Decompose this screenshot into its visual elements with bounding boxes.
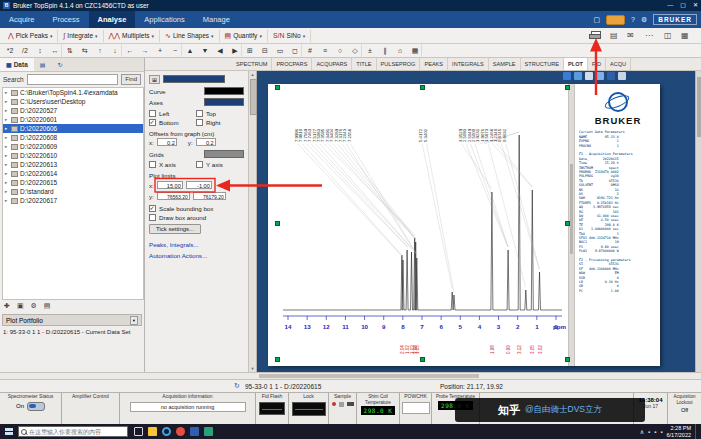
zoom-in-icon[interactable]: +: [153, 44, 167, 57]
chevron-right-icon[interactable]: ▸: [5, 160, 9, 169]
chevron-right-icon[interactable]: ▸: [5, 88, 9, 97]
shim-temp-box[interactable]: Shim Coil Temperature 298.0 K: [357, 393, 400, 425]
split-view-icon[interactable]: ◫: [664, 31, 672, 40]
tab-folders[interactable]: ▤: [34, 58, 52, 71]
tab-history[interactable]: ↻: [51, 58, 68, 71]
toolgroup-peak-pick[interactable]: ⋀Pick Peaks▾: [3, 30, 58, 42]
tree-item[interactable]: ▸D:\20220601: [3, 115, 143, 124]
minimize-button[interactable]: —: [667, 0, 673, 11]
checkbox-left[interactable]: [149, 110, 156, 117]
chevron-right-icon[interactable]: ▸: [5, 106, 9, 115]
topspin-taskbar-icon[interactable]: [190, 427, 199, 436]
preview-icon[interactable]: ▤: [610, 31, 618, 40]
tab-pulseprog[interactable]: PULSEPROG: [377, 58, 421, 70]
plus-box-icon[interactable]: ⊞: [149, 75, 160, 84]
tab-integrals[interactable]: INTEGRALS: [448, 58, 489, 70]
scrollbar-thumb[interactable]: [250, 79, 257, 115]
tree-item[interactable]: ▸D:\20220617: [3, 196, 143, 205]
tab-acqu[interactable]: ACQU: [606, 58, 631, 70]
scrollbar-thumb[interactable]: [259, 374, 479, 378]
scroll-up-icon[interactable]: ▲: [249, 72, 256, 77]
plot-page[interactable]: 14131211109876543210ppm7.99967.98107.756…: [268, 84, 660, 366]
checkbox-bottom[interactable]: [149, 119, 156, 126]
toolgroup-line-shapes[interactable]: ∿Line Shapes▾: [160, 30, 220, 42]
limit-y1-field[interactable]: 76563.20: [157, 192, 190, 200]
tree-item[interactable]: ▸D:\20220608: [3, 133, 143, 142]
taskbar-search[interactable]: [18, 426, 128, 437]
network-icon[interactable]: ▪: [648, 429, 650, 435]
app-icon-1[interactable]: [176, 427, 185, 436]
browser-icon[interactable]: [162, 427, 171, 436]
battery-icon[interactable]: ▪: [660, 429, 662, 435]
tree-item[interactable]: ▸D:\20220614: [3, 169, 143, 178]
tab-sample[interactable]: SAMPLE: [489, 58, 521, 70]
tick-settings-button[interactable]: Tick settings...: [149, 224, 201, 234]
selection-handle[interactable]: [275, 357, 280, 362]
search-input[interactable]: [27, 74, 119, 85]
full-view-icon[interactable]: ◻: [288, 44, 302, 57]
taskbar-search-input[interactable]: [29, 429, 125, 435]
shift-left-icon[interactable]: ←: [123, 44, 137, 57]
region-select-icon[interactable]: ▭: [273, 44, 287, 57]
sort-icon[interactable]: ⇅: [63, 44, 77, 57]
exchange-icon[interactable]: ⇆: [78, 44, 92, 57]
scale-horizontal-icon[interactable]: ↔: [48, 44, 62, 57]
curve-color-swatch[interactable]: [204, 87, 244, 95]
sample-box[interactable]: Sample: [329, 393, 357, 425]
shift-down-icon[interactable]: ↓: [108, 44, 122, 57]
shift-up-icon[interactable]: ↑: [93, 44, 107, 57]
grid-view-icon[interactable]: ▦: [681, 31, 689, 40]
taskbar-clock[interactable]: 2:28 PM 6/17/2022: [667, 425, 691, 437]
amplifier-control-box[interactable]: Amplifier Control: [62, 393, 120, 425]
diamond-tool-icon[interactable]: ◇: [348, 44, 362, 57]
limit-x1-field[interactable]: 15.00: [157, 181, 183, 189]
tab-fid[interactable]: FID: [588, 58, 606, 70]
tree-item[interactable]: ▸C:\Bruker\TopSpin4.1.4\examdata: [3, 88, 143, 97]
selection-handle[interactable]: [420, 357, 425, 362]
limit-y2-field[interactable]: 76179.20: [193, 192, 226, 200]
checkbox-top[interactable]: [196, 110, 203, 117]
increase-icon[interactable]: ▲: [183, 44, 197, 57]
plot-undo-icon[interactable]: [585, 72, 593, 80]
scrollbar-thumb[interactable]: [697, 77, 701, 137]
message-icon[interactable]: ✉: [627, 31, 634, 40]
powchk-box[interactable]: POWCHK: [400, 393, 432, 425]
plot-zoom-out-icon[interactable]: [607, 72, 615, 80]
menu-item-acquire[interactable]: Acquire: [0, 11, 43, 28]
close-button[interactable]: ✕: [693, 0, 698, 11]
tab-spectrum[interactable]: SPECTRUM: [232, 58, 272, 70]
selection-handle[interactable]: [565, 85, 570, 90]
chevron-down-icon[interactable]: ▾: [130, 316, 138, 325]
chevron-right-icon[interactable]: ▸: [5, 115, 9, 124]
plus-minus-icon[interactable]: ±: [363, 44, 377, 57]
tree-item[interactable]: ▸D:\20220606: [3, 124, 143, 133]
peaks-integrals-link[interactable]: Peaks, Integrals...: [149, 241, 199, 248]
menu-item-analyse[interactable]: Analyse: [89, 11, 136, 28]
notification-edge[interactable]: [695, 424, 699, 439]
offset-x-field[interactable]: 0.2: [157, 138, 177, 146]
plot-fit-icon[interactable]: [618, 72, 626, 80]
selection-handle[interactable]: [275, 85, 280, 90]
chevron-right-icon[interactable]: ▸: [5, 196, 9, 205]
more-icon[interactable]: ⋯: [645, 31, 653, 40]
limit-x2-field[interactable]: -1.00: [186, 181, 212, 189]
selection-handle[interactable]: [275, 221, 280, 226]
chevron-right-icon[interactable]: ▸: [5, 187, 9, 196]
scroll-down-icon[interactable]: ▼: [249, 366, 256, 371]
help-icon[interactable]: ?: [631, 16, 635, 23]
menu-item-process[interactable]: Process: [43, 11, 88, 28]
find-button[interactable]: Find: [121, 74, 141, 85]
toolgroup-quantify[interactable]: ▤Quantify▾: [220, 30, 268, 42]
file-explorer-icon[interactable]: [148, 427, 157, 436]
parallel-icon[interactable]: ∥: [378, 44, 392, 57]
chevron-right-icon[interactable]: ▸: [5, 169, 9, 178]
tree-item[interactable]: ▸D:\20220609: [3, 142, 143, 151]
plot-canvas[interactable]: 14131211109876543210ppm7.99967.98107.756…: [257, 71, 695, 372]
start-button[interactable]: [0, 428, 18, 435]
toolgroup-integrate[interactable]: ∫Integrate▾: [58, 30, 103, 42]
tab-title[interactable]: TITLE: [352, 58, 376, 70]
toolgroup-multiplets[interactable]: ⋀⋀Multiplets▾: [104, 30, 160, 42]
selection-handle[interactable]: [420, 85, 425, 90]
home-icon[interactable]: ⌂: [393, 44, 407, 57]
grid-icon[interactable]: #: [303, 44, 317, 57]
